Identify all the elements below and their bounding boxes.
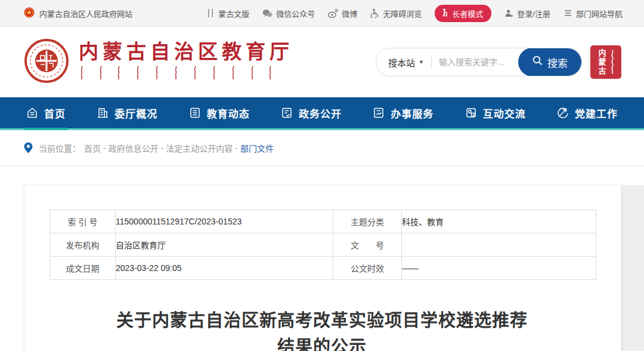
- page-edge-strip: [621, 185, 644, 351]
- search-scope-select[interactable]: 搜本站 ▼: [376, 56, 431, 69]
- main-nav: 首页 委厅概况 教育动态 政务公开 办事服务 互动交流 党建工作: [0, 97, 644, 130]
- link-login-register[interactable]: 登录/注册: [504, 8, 550, 19]
- link-accessibility[interactable]: 无障碍浏览: [370, 8, 422, 19]
- gov-site-link[interactable]: 内蒙古自治区人民政府网站: [24, 7, 132, 20]
- building-icon: [97, 107, 109, 119]
- wechat-icon: [262, 9, 273, 18]
- top-utility-bar: 内蒙古自治区人民政府网站 蒙古文版 微信公众号 微博 无障碍浏览: [0, 0, 644, 27]
- weibo-icon: [328, 9, 338, 18]
- info-value-date: 2023-03-22 09:05: [116, 257, 333, 280]
- breadcrumb-gov-info[interactable]: 政府信息公开: [109, 142, 159, 154]
- info-label-date: 成文日期: [50, 257, 116, 280]
- site-logo-link[interactable]: 内蒙古自治区教育厅: [24, 38, 293, 86]
- party-emblem-icon: [557, 107, 569, 119]
- breadcrumb-home[interactable]: 首页: [84, 142, 101, 154]
- chevron-down-icon: ▼: [419, 59, 424, 65]
- breadcrumb: 当前位置： 首页 - 政府信息公开 - 法定主动公开内容 - 部门文件: [0, 130, 644, 166]
- nav-item-gov-disclosure[interactable]: 政务公开: [278, 97, 344, 128]
- nav-item-education-news[interactable]: 教育动态: [187, 97, 252, 128]
- search-input[interactable]: [432, 57, 518, 67]
- info-label-validity: 公文时效: [333, 257, 402, 280]
- nav-item-party-building[interactable]: 党建工作: [555, 97, 620, 128]
- info-value-issuer: 自治区教育厅: [116, 233, 333, 257]
- main-content: 索 引 号 1150000011512917C/2023-01523 主题分类 …: [0, 166, 644, 351]
- site-title: 内蒙古自治区教育厅: [79, 42, 293, 62]
- info-label-topic: 主题分类: [333, 210, 402, 233]
- department-seal-icon: [24, 38, 69, 86]
- menu-icon: [564, 10, 572, 17]
- red-seal-stamp: 内蒙古: [590, 45, 621, 79]
- breadcrumb-label: 当前位置：: [39, 142, 80, 154]
- gov-site-name: 内蒙古自治区人民政府网站: [39, 8, 132, 19]
- home-icon: [26, 107, 38, 119]
- service-doc-icon: [373, 107, 385, 119]
- accessibility-icon: [370, 8, 379, 18]
- info-value-validity: ——: [402, 257, 596, 280]
- document-check-icon: [281, 107, 293, 119]
- nav-item-home[interactable]: 首页: [24, 97, 68, 128]
- link-weibo[interactable]: 微博: [328, 8, 357, 19]
- list-icon: [189, 107, 201, 119]
- search-box: 搜本站 ▼ 搜索: [376, 48, 582, 76]
- site-header: 内蒙古自治区教育厅 搜本站 ▼ 搜索: [0, 27, 644, 97]
- info-label-doc-no: 文 号: [333, 233, 402, 257]
- link-mongolian-version[interactable]: 蒙古文版: [206, 8, 249, 19]
- table-row: 成文日期 2023-03-22 09:05 公文时效 ——: [50, 257, 596, 280]
- search-icon: [532, 56, 543, 69]
- national-emblem-icon: [24, 7, 35, 20]
- document-card: 索 引 号 1150000011512917C/2023-01523 主题分类 …: [24, 185, 621, 351]
- link-wechat[interactable]: 微信公众号: [262, 8, 315, 19]
- mongolian-script-icon: [206, 8, 215, 18]
- document-info-table: 索 引 号 1150000011512917C/2023-01523 主题分类 …: [49, 210, 596, 280]
- search-area: 搜本站 ▼ 搜索 内蒙古: [376, 45, 621, 79]
- location-pin-icon: [24, 142, 33, 153]
- table-row: 索 引 号 1150000011512917C/2023-01523 主题分类 …: [50, 210, 596, 233]
- nav-item-interaction[interactable]: 互动交流: [463, 97, 528, 128]
- info-label-issuer: 发布机构: [50, 233, 116, 257]
- chat-icon: [465, 107, 477, 119]
- breadcrumb-statutory-disclosure[interactable]: 法定主动公开内容: [166, 142, 233, 154]
- search-button[interactable]: 搜索: [518, 48, 582, 76]
- info-value-index-no: 1150000011512917C/2023-01523: [116, 210, 333, 233]
- article-title: 关于内蒙古自治区新高考改革实验项目学校遴选推荐结果的公示: [113, 307, 531, 351]
- user-icon: [504, 9, 513, 18]
- nav-item-services[interactable]: 办事服务: [370, 97, 436, 128]
- nav-item-overview[interactable]: 委厅概况: [94, 97, 160, 128]
- elder-person-icon: [441, 8, 448, 19]
- mongolian-subtitle: [79, 66, 293, 82]
- table-row: 发布机构 自治区教育厅 文 号: [50, 233, 596, 257]
- top-links: 蒙古文版 微信公众号 微博 无障碍浏览 长者模式: [206, 5, 623, 22]
- info-label-index-no: 索 引 号: [50, 210, 116, 233]
- link-dept-site-nav[interactable]: 部门网站导航: [564, 8, 623, 19]
- info-value-doc-no: [402, 233, 596, 257]
- breadcrumb-current[interactable]: 部门文件: [240, 142, 274, 154]
- info-value-topic: 科技、教育: [402, 210, 596, 233]
- elder-mode-button[interactable]: 长者模式: [435, 5, 491, 22]
